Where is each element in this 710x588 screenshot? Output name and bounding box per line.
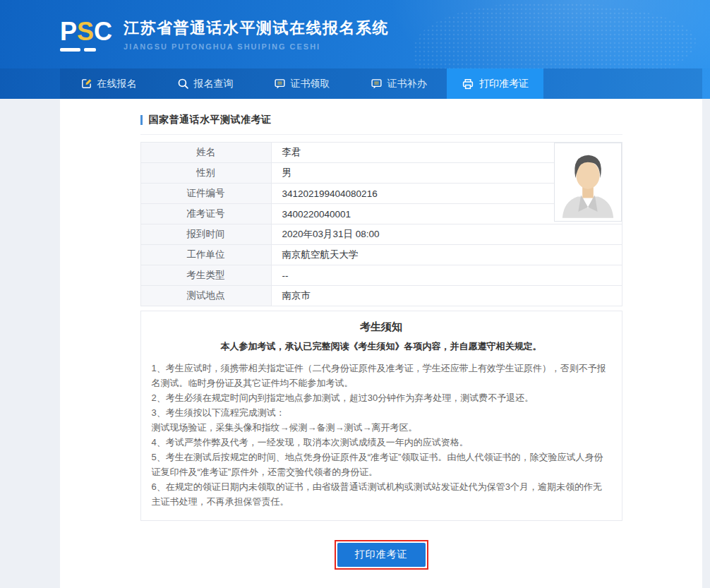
section-title: 国家普通话水平测试准考证	[149, 114, 272, 126]
print-admission-ticket-button[interactable]: 打印准考证	[337, 543, 426, 567]
tab-certificate-reissue[interactable]: 证书补办	[350, 68, 447, 99]
notice-item: 4、考试严禁作弊及代考，一经发现，取消本次测试成绩及一年内的应试资格。	[152, 435, 611, 450]
site-title: 江苏省普通话水平测试在线报名系统	[124, 18, 389, 39]
ticket-row: 证件编号 341202199404080216	[141, 184, 622, 204]
avatar-placeholder-image	[557, 145, 619, 219]
psc-logo-letters: PSC	[60, 19, 112, 44]
admission-ticket-info: 姓名 李君 性别 男 证件编号 341202199404080216	[140, 142, 622, 306]
button-row: 打印准考证	[140, 540, 622, 570]
ticket-row: 测试地点 南京市	[141, 286, 622, 306]
ticket-row: 姓名 李君	[141, 143, 622, 163]
main-nav: 在线报名 报名查询 证	[0, 68, 710, 99]
site-subtitle: JIANGSU PUTONGHUA SHUIPING CESHI	[124, 42, 389, 51]
ticket-row: 性别 男	[141, 163, 622, 184]
field-label: 测试地点	[141, 286, 272, 306]
notice-item: 1、考生应试时，须携带相关指定证件（二代身份证原件及准考证，学生还应带上有效学生…	[152, 361, 611, 390]
ticket-table: 姓名 李君 性别 男 证件编号 341202199404080216	[140, 142, 622, 306]
notice-list: 1、考生应试时，须携带相关指定证件（二代身份证原件及准考证，学生还应带上有效学生…	[152, 361, 611, 509]
content-card: 国家普通话水平测试准考证 姓名 李君 性别 男	[60, 99, 702, 588]
field-value: 2020年03月31日 08:00	[272, 224, 622, 244]
tab-signup-query[interactable]: 报名查询	[157, 68, 253, 99]
tab-print-admission-ticket[interactable]: 打印准考证	[447, 68, 543, 99]
header-banner: PSC 江苏省普通话水平测试在线报名系统 JIANGSU PUTONGHUA S…	[0, 0, 710, 68]
field-value: --	[272, 265, 622, 285]
field-value: 南京市	[272, 286, 622, 306]
field-label: 考生类型	[141, 265, 272, 285]
tab-label: 打印准考证	[479, 78, 529, 90]
psc-logo: PSC	[60, 19, 112, 52]
field-label: 报到时间	[141, 224, 272, 244]
section-title-row: 国家普通话水平测试准考证	[140, 114, 622, 135]
notice-item: 6、在规定的领证日期内未领取的证书，由省级普通话测试机构或测试站发证处代为保管3…	[152, 479, 611, 509]
psc-logo-underline	[60, 48, 112, 52]
page: PSC 江苏省普通话水平测试在线报名系统 JIANGSU PUTONGHUA S…	[0, 0, 710, 588]
tab-label: 报名查询	[194, 78, 234, 90]
field-label: 工作单位	[141, 245, 272, 265]
candidate-photo	[554, 143, 622, 222]
ticket-row: 准考证号 3400220040001	[141, 204, 622, 224]
field-label: 准考证号	[141, 204, 272, 224]
field-label: 性别	[141, 163, 272, 183]
examinee-notice: 考生须知 本人参加考试，承认已完整阅读《考生须知》各项内容，并自愿遵守相关规定。…	[140, 311, 622, 521]
section-accent-bar	[140, 115, 143, 125]
search-icon	[177, 78, 189, 90]
notice-item: 5、考生在测试后按规定的时间、地点凭身份证原件及“准考证”领取证书。由他人代领证…	[152, 450, 611, 479]
certificate-reissue-icon	[371, 78, 383, 90]
printer-icon	[462, 78, 474, 90]
tab-label: 在线报名	[97, 78, 137, 90]
field-label: 证件编号	[141, 184, 272, 203]
tab-online-signup[interactable]: 在线报名	[60, 68, 157, 99]
notice-title: 考生须知	[152, 320, 611, 334]
tab-certificate-receive[interactable]: 证书领取	[253, 68, 350, 99]
tab-label: 证书补办	[387, 78, 427, 90]
notice-item: 2、考生必须在规定时间内到指定地点参加测试，超过30分钟作为弃考处理，测试费不予…	[152, 390, 611, 405]
notice-item: 测试现场验证，采集头像和指纹→候测→备测→测试→离开考区。	[152, 420, 611, 435]
tab-label: 证书领取	[291, 78, 330, 90]
ticket-row: 考生类型 --	[141, 265, 622, 286]
field-value: 南京航空航天大学	[272, 245, 622, 265]
edit-icon	[80, 78, 92, 90]
site-title-block: 江苏省普通话水平测试在线报名系统 JIANGSU PUTONGHUA SHUIP…	[124, 18, 389, 51]
notice-subtitle: 本人参加考试，承认已完整阅读《考生须知》各项内容，并自愿遵守相关规定。	[152, 340, 611, 353]
ticket-row: 报到时间 2020年03月31日 08:00	[141, 224, 622, 245]
certificate-receive-icon	[274, 78, 286, 90]
field-label: 姓名	[141, 143, 272, 162]
red-highlight-box: 打印准考证	[335, 540, 428, 570]
ticket-row: 工作单位 南京航空航天大学	[141, 245, 622, 265]
notice-item: 3、考生须按以下流程完成测试：	[152, 405, 611, 420]
